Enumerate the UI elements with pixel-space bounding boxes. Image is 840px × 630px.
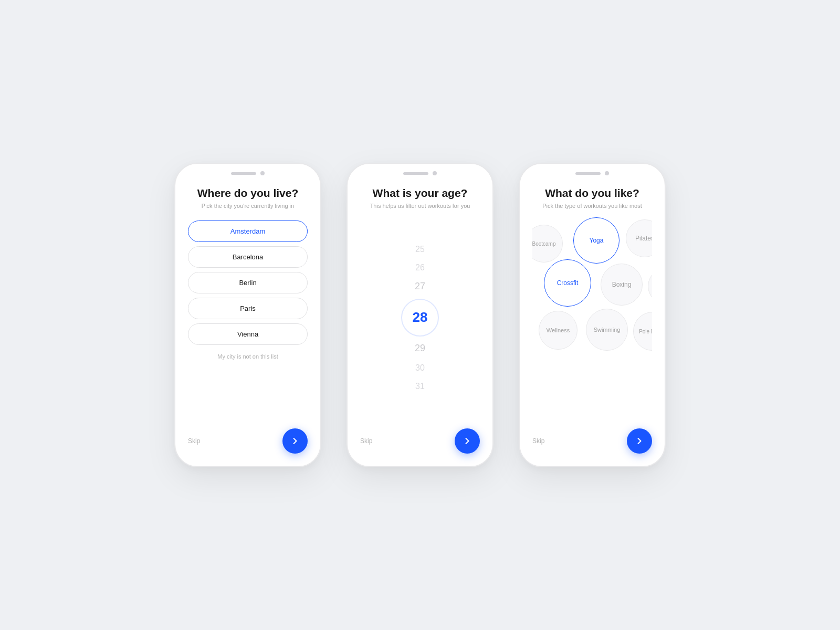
notch-pill-3 xyxy=(575,172,601,175)
screen1-next-button[interactable] xyxy=(282,428,308,454)
arrow-right-icon-2 xyxy=(462,436,472,446)
not-on-list-text[interactable]: My city is not on this list xyxy=(188,353,308,360)
phone-screen-3: What do you like? Pick the type of worko… xyxy=(519,163,666,467)
age-item-31[interactable]: 31 xyxy=(399,377,441,395)
screen2-skip[interactable]: Skip xyxy=(360,437,372,445)
bubble-crossfit[interactable]: Crossfit xyxy=(544,259,591,307)
phone-notch-2 xyxy=(348,164,492,178)
notch-dot-3 xyxy=(605,171,609,175)
phone-notch-1 xyxy=(175,164,320,178)
bubble-wellness[interactable]: Wellness xyxy=(539,311,578,350)
notch-dot-2 xyxy=(433,171,437,175)
screen3-skip[interactable]: Skip xyxy=(532,437,544,445)
arrow-right-icon xyxy=(290,436,300,446)
screen2-content: What is your age? This helps us filter o… xyxy=(348,178,492,428)
phones-container: Where do you live? Pick the city you're … xyxy=(174,163,666,467)
notch-pill-2 xyxy=(403,172,428,175)
city-option-barcelona[interactable]: Barcelona xyxy=(188,246,308,268)
bubble-pilates[interactable]: Pilates xyxy=(626,219,652,257)
screen2-subtitle: This helps us filter out workouts for yo… xyxy=(360,203,480,209)
screen3-subtitle: Pick the type of workouts you like most xyxy=(532,203,652,209)
screen3-bottom: Skip xyxy=(520,428,665,466)
notch-pill-1 xyxy=(231,172,256,175)
screen1-title: Where do you live? xyxy=(188,187,308,200)
bubble-yoga[interactable]: Yoga xyxy=(573,217,620,264)
bubbles-area: Bootcamp Yoga Pilates Crossfit Boxing xyxy=(532,213,652,418)
screen3-content: What do you like? Pick the type of worko… xyxy=(520,178,665,428)
phone-notch-3 xyxy=(520,164,665,178)
notch-dot-1 xyxy=(260,171,265,175)
age-item-25[interactable]: 25 xyxy=(399,240,441,258)
phone-screen-1: Where do you live? Pick the city you're … xyxy=(174,163,321,467)
screen3-next-button[interactable] xyxy=(627,428,652,454)
phone-screen-2: What is your age? This helps us filter o… xyxy=(346,163,494,467)
city-option-vienna[interactable]: Vienna xyxy=(188,323,308,345)
age-item-28[interactable]: 28 xyxy=(401,299,439,337)
screen2-next-button[interactable] xyxy=(455,428,480,454)
bubble-bootcamp[interactable]: Bootcamp xyxy=(532,225,563,262)
screen1-content: Where do you live? Pick the city you're … xyxy=(175,178,320,428)
screen3-title: What do you like? xyxy=(532,187,652,200)
age-item-30[interactable]: 30 xyxy=(399,359,441,377)
bubble-swimming[interactable]: Swimming xyxy=(586,309,628,351)
screen2-bottom: Skip xyxy=(348,428,492,466)
age-picker: 25 26 27 28 29 30 31 xyxy=(360,217,480,418)
bubble-pole-dance[interactable]: Pole Dance xyxy=(633,312,652,351)
bubble-spinning[interactable]: Spinning xyxy=(648,268,652,304)
age-item-27[interactable]: 27 xyxy=(399,277,441,297)
city-option-berlin[interactable]: Berlin xyxy=(188,272,308,293)
screen1-skip[interactable]: Skip xyxy=(188,437,200,445)
age-item-29[interactable]: 29 xyxy=(399,339,441,359)
age-item-26[interactable]: 26 xyxy=(399,258,441,277)
screen2-title: What is your age? xyxy=(360,187,480,200)
screen1-subtitle: Pick the city you're currently living in xyxy=(188,203,308,209)
bubble-boxing[interactable]: Boxing xyxy=(601,264,643,306)
screen1-bottom: Skip xyxy=(175,428,320,466)
arrow-right-icon-3 xyxy=(634,436,645,446)
city-option-paris[interactable]: Paris xyxy=(188,298,308,319)
city-option-amsterdam[interactable]: Amsterdam xyxy=(188,220,308,242)
